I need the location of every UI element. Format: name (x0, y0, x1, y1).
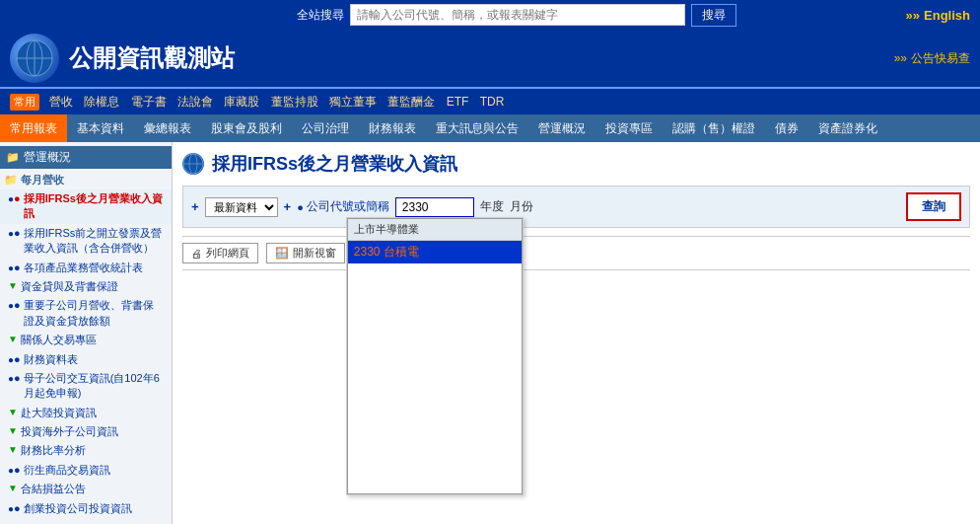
bullet-icon: ● (8, 226, 21, 241)
shortcut-etf[interactable]: ETF (447, 95, 469, 109)
logo-globe-icon (10, 34, 59, 83)
year-label: 年度 (480, 198, 504, 215)
dropdown-header: 上市半導體業 (348, 219, 522, 241)
company-dropdown: 上市半導體業 2330 台積電 (346, 217, 524, 495)
shortcut-salary[interactable]: 營收 (49, 95, 73, 109)
down-arrow-icon2: ▼ (8, 333, 18, 346)
nav-summary[interactable]: 彙總報表 (134, 114, 201, 142)
sidebar-item-ifrss-before[interactable]: ● 採用IFRSs前之開立發票及營業收入資訊（含合併營收） (0, 224, 172, 259)
bullet-icon: ● (8, 352, 21, 367)
data-type-select[interactable]: 最新資料 (205, 197, 278, 217)
action-row: 列印網頁 開新視窗 問題 (182, 236, 970, 270)
bullet-icon: ● (8, 261, 21, 275)
sidebar-item-china-invest[interactable]: ▼ 赴大陸投資資訊 (0, 404, 172, 422)
company-input[interactable] (395, 197, 474, 217)
page-title-area: 採用IFRSs後之月營業收入資訊 (182, 152, 970, 176)
print-icon (191, 248, 202, 260)
shortcuts-bar: 常用 營收 除權息 電子書 法說會 庫藏股 董監持股 獨立董事 董監酬金 ETF… (0, 89, 980, 114)
search-button[interactable]: 搜尋 (691, 4, 736, 27)
shortcut-links: 營收 除權息 電子書 法說會 庫藏股 董監持股 獨立董事 董監酬金 ETF TD… (45, 94, 508, 111)
title-globe-icon (182, 153, 204, 175)
nav-invest[interactable]: 投資專區 (595, 114, 663, 142)
down-arrow-icon3: ▼ (8, 406, 18, 419)
sidebar: 營運概況 每月營收 ● 採用IFRSs後之月營業收入資訊 ● 採用IFRSs前之… (0, 142, 173, 524)
print-button[interactable]: 列印網頁 (182, 243, 258, 263)
nav-asset[interactable]: 資產證券化 (808, 114, 887, 142)
plus-icon-1[interactable]: + (191, 199, 199, 214)
dropdown-item-tsmc[interactable]: 2330 台積電 (348, 241, 522, 263)
down-arrow-icon5: ▼ (8, 443, 18, 457)
down-arrow-icon6: ▼ (8, 482, 18, 495)
bullet-icon: ● (8, 191, 21, 206)
sidebar-item-profit-announce[interactable]: ▼ 合結損益公告 (0, 480, 172, 498)
nav-warrant[interactable]: 認購（售）權證 (663, 114, 765, 142)
nav-basic[interactable]: 基本資料 (67, 114, 134, 142)
sidebar-item-product-stats[interactable]: ● 各項產品業務營收統計表 (0, 259, 172, 277)
sidebar-item-financial-table[interactable]: ● 財務資料表 (0, 350, 172, 369)
shortcut-tag: 常用 (10, 94, 39, 111)
bullet-icon: ● (8, 298, 21, 313)
sidebar-item-fund-guarantee[interactable]: ▼ 資金貸與及背書保證 (0, 277, 172, 296)
logo-area: 公開資訊觀測站 公告快易查 (0, 30, 980, 89)
sidebar-item-parent-sub[interactable]: ● 母子公司交互資訊(自102年6月起免申報) (0, 369, 172, 404)
sidebar-item-related-party[interactable]: ▼ 關係人交易專區 (0, 331, 172, 349)
shortcut-buyback[interactable]: 庫藏股 (224, 95, 259, 109)
main-container: 營運概況 每月營收 ● 採用IFRSs後之月營業收入資訊 ● 採用IFRSs前之… (0, 142, 980, 524)
nav-finance[interactable]: 財務報表 (359, 114, 426, 142)
search-input[interactable] (350, 4, 685, 26)
nav-operation[interactable]: 營運概況 (528, 114, 595, 142)
dropdown-scrollable[interactable]: 上市半導體業 2330 台積電 (347, 218, 523, 494)
shortcut-independent[interactable]: 獨立董事 (329, 95, 377, 109)
bullet-icon: ● (8, 463, 21, 478)
search-label: 全站搜尋 (297, 7, 344, 24)
shortcut-ebook[interactable]: 電子書 (131, 95, 167, 109)
sidebar-cat-monthly[interactable]: 每月營收 (0, 171, 172, 189)
logo-text: 公開資訊觀測站 (69, 42, 235, 74)
sidebar-item-derivatives[interactable]: ● 衍生商品交易資訊 (0, 461, 172, 480)
company-input-container: 上市半導體業 2330 台積電 (395, 197, 474, 217)
month-label: 月份 (510, 198, 533, 215)
plus-icon-2[interactable]: + (284, 199, 292, 214)
down-arrow-icon4: ▼ (8, 424, 18, 438)
dropdown-item-name: 台積電 (384, 245, 419, 259)
sidebar-item-ifrss-after[interactable]: ● 採用IFRSs後之月營業收入資訊 (0, 189, 172, 224)
bullet-icon: ● (8, 371, 21, 386)
sidebar-sub-monthly: 每月營收 ● 採用IFRSs後之月營業收入資訊 ● 採用IFRSs前之開立發票及… (0, 169, 172, 520)
shortcut-pay[interactable]: 董監酬金 (387, 95, 435, 109)
nav-bond[interactable]: 債券 (765, 114, 808, 142)
sidebar-item-overseas-invest[interactable]: ▼ 投資海外子公司資訊 (0, 422, 172, 441)
nav-news[interactable]: 重大訊息與公告 (426, 114, 528, 142)
new-window-button[interactable]: 開新視窗 (266, 243, 345, 263)
page-title: 採用IFRSs後之月營業收入資訊 (212, 152, 457, 176)
quick-link[interactable]: 公告快易查 (894, 50, 970, 67)
window-icon (275, 247, 289, 260)
company-label-icon: ● (297, 201, 304, 213)
down-arrow-icon: ▼ (8, 279, 18, 293)
shortcut-tdr[interactable]: TDR (480, 95, 505, 109)
search-area: 全站搜尋 搜尋 (128, 4, 906, 27)
english-link[interactable]: English (906, 8, 970, 23)
shortcut-forum[interactable]: 法說會 (177, 95, 213, 109)
nav-governance[interactable]: 公司治理 (292, 114, 359, 142)
sidebar-item-subsidiary-monthly[interactable]: ● 重要子公司月營收、背書保證及資金貸放餘額 (0, 296, 172, 331)
nav-common[interactable]: 常用報表 (0, 114, 67, 142)
bullet-icon: ● (8, 501, 21, 516)
query-button[interactable]: 查詢 (906, 192, 961, 221)
filter-row: + 最新資料 + ● 公司代號或簡稱 上市半導體業 2330 台積電 (182, 186, 970, 228)
sidebar-item-venture-invest[interactable]: ● 創業投資公司投資資訊 (0, 499, 172, 518)
dropdown-item-code: 2330 (354, 245, 381, 259)
sidebar-section-operations[interactable]: 營運概況 (0, 146, 172, 169)
shortcut-exdiv[interactable]: 除權息 (84, 95, 119, 109)
nav-bar: 常用報表 基本資料 彙總報表 股東會及股利 公司治理 財務報表 重大訊息與公告 … (0, 114, 980, 142)
content-area: 採用IFRSs後之月營業收入資訊 + 最新資料 + ● 公司代號或簡稱 上市半導… (173, 142, 980, 524)
shortcut-director[interactable]: 董監持股 (271, 95, 318, 109)
company-label: ● 公司代號或簡稱 (297, 198, 389, 215)
nav-shareholder[interactable]: 股東會及股利 (201, 114, 292, 142)
sidebar-item-ratio-analysis[interactable]: ▼ 財務比率分析 (0, 441, 172, 460)
